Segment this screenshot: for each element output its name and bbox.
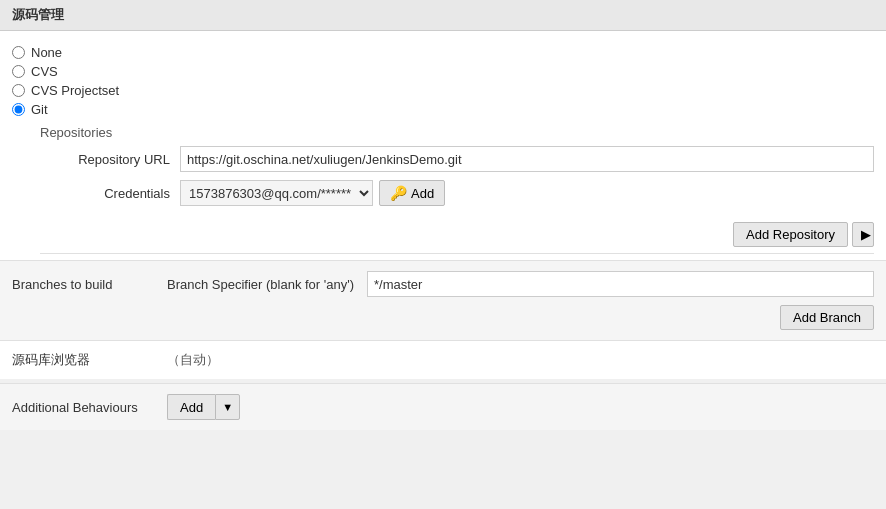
branch-specifier-label: Branch Specifier (blank for 'any') — [167, 277, 367, 292]
radio-cvs-input[interactable] — [12, 65, 25, 78]
credentials-row: Credentials 1573876303@qq.com/****** 🔑 A… — [40, 180, 874, 206]
branches-right: Branch Specifier (blank for 'any') Add B… — [167, 271, 874, 330]
repo-url-label: Repository URL — [40, 152, 180, 167]
radio-git-label: Git — [31, 102, 48, 117]
branches-section: Branches to build Branch Specifier (blan… — [0, 260, 886, 340]
credentials-select[interactable]: 1573876303@qq.com/****** — [180, 180, 373, 206]
add-repository-row: Add Repository ▶ — [40, 214, 874, 254]
source-browser-section: 源码库浏览器 （自动） — [0, 340, 886, 379]
chevron-down-icon: ▼ — [222, 401, 233, 413]
radio-none[interactable]: None — [12, 45, 874, 60]
source-browser-value: （自动） — [167, 351, 219, 369]
radio-cvs-projectset-input[interactable] — [12, 84, 25, 97]
branch-specifier-input[interactable] — [367, 271, 874, 297]
repo-url-input[interactable] — [180, 146, 874, 172]
add-branch-row: Add Branch — [167, 305, 874, 330]
radio-none-label: None — [31, 45, 62, 60]
add-btn-label: Add — [411, 186, 434, 201]
add-behaviour-button[interactable]: Add — [167, 394, 215, 420]
expand-button[interactable]: ▶ — [852, 222, 874, 247]
add-branch-button[interactable]: Add Branch — [780, 305, 874, 330]
radio-cvs[interactable]: CVS — [12, 64, 874, 79]
credentials-label: Credentials — [40, 186, 180, 201]
add-repository-button[interactable]: Add Repository — [733, 222, 848, 247]
radio-cvs-projectset[interactable]: CVS Projectset — [12, 83, 874, 98]
additional-behaviours-section: Additional Behaviours Add ▼ — [0, 383, 886, 430]
add-behaviour-dropdown[interactable]: ▼ — [215, 394, 240, 420]
radio-cvs-label: CVS — [31, 64, 58, 79]
scm-section-header: 源码管理 — [0, 0, 886, 31]
credentials-add-button[interactable]: 🔑 Add — [379, 180, 445, 206]
source-browser-label: 源码库浏览器 — [12, 351, 167, 369]
additional-behaviours-label: Additional Behaviours — [12, 400, 167, 415]
branches-label: Branches to build — [12, 271, 167, 292]
scm-title: 源码管理 — [12, 7, 64, 22]
radio-cvs-projectset-label: CVS Projectset — [31, 83, 119, 98]
add-split-button: Add ▼ — [167, 394, 240, 420]
scm-page: 源码管理 None CVS CVS Projectset Git Reposi — [0, 0, 886, 430]
radio-git[interactable]: Git — [12, 102, 874, 117]
repo-url-row: Repository URL — [40, 146, 874, 172]
key-icon: 🔑 — [390, 185, 407, 201]
radio-git-input[interactable] — [12, 103, 25, 116]
credentials-controls: 1573876303@qq.com/****** 🔑 Add — [180, 180, 445, 206]
radio-none-input[interactable] — [12, 46, 25, 59]
scm-options-section: None CVS CVS Projectset Git Repositories… — [0, 31, 886, 260]
repositories-label: Repositories — [40, 125, 874, 140]
branch-specifier-row: Branch Specifier (blank for 'any') — [167, 271, 874, 297]
git-subsection: Repositories Repository URL Credentials … — [12, 125, 874, 254]
scm-radio-group: None CVS CVS Projectset Git — [12, 41, 874, 121]
